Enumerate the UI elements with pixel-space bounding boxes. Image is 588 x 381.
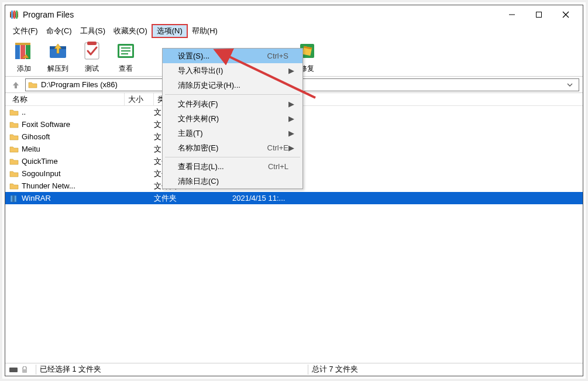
dropdown-label: 设置(S)... bbox=[178, 51, 267, 61]
window-title: Program Files bbox=[23, 10, 74, 19]
tool-add[interactable]: 添加 bbox=[10, 39, 38, 74]
file-type: 文件夹 bbox=[154, 193, 232, 204]
svg-rect-12 bbox=[15, 43, 30, 45]
dropdown-item[interactable]: 文件夹树(R)▶ bbox=[163, 111, 302, 126]
tool-view[interactable]: 查看 bbox=[112, 39, 140, 74]
file-name: QuickTime bbox=[19, 157, 125, 166]
dropdown-item[interactable]: 名称加密(E)Ctrl+E▶ bbox=[163, 140, 302, 155]
col-name[interactable]: 名称 bbox=[9, 93, 125, 105]
dropdown-label: 导入和导出(I) bbox=[178, 66, 288, 76]
file-name: .. bbox=[19, 108, 125, 116]
dropdown-item[interactable]: 查看日志(L)...Ctrl+L bbox=[163, 159, 302, 174]
file-name: Foxit Software bbox=[19, 120, 125, 129]
test-icon bbox=[78, 39, 105, 63]
chevron-right-icon: ▶ bbox=[288, 114, 294, 123]
file-date: 2021/4/15 11:... bbox=[232, 194, 314, 202]
view-icon bbox=[112, 39, 139, 63]
tool-label: 查看 bbox=[119, 64, 133, 74]
disk-icon bbox=[9, 366, 20, 373]
svg-rect-3 bbox=[13, 11, 15, 19]
svg-rect-27 bbox=[9, 368, 18, 372]
folder-icon bbox=[9, 157, 19, 166]
up-arrow-icon[interactable] bbox=[9, 78, 23, 91]
options-dropdown: 设置(S)...Ctrl+S导入和导出(I)▶清除历史记录(H)...文件列表(… bbox=[162, 48, 303, 189]
maximize-button[interactable] bbox=[525, 6, 552, 23]
file-name: Meitu bbox=[19, 145, 125, 153]
folder-icon bbox=[9, 133, 19, 141]
svg-rect-9 bbox=[15, 44, 20, 59]
titlebar: Program Files bbox=[5, 5, 583, 24]
file-name: Thunder Netw... bbox=[19, 181, 125, 190]
app-icon bbox=[9, 9, 19, 20]
svg-rect-16 bbox=[87, 42, 97, 45]
col-size[interactable]: 大小 bbox=[125, 93, 154, 105]
menu-tools[interactable]: 工具(S) bbox=[76, 25, 109, 37]
dropdown-item[interactable]: 主题(T)▶ bbox=[163, 126, 302, 140]
tool-test[interactable]: 测试 bbox=[78, 39, 106, 74]
menu-help[interactable]: 帮助(H) bbox=[188, 25, 222, 37]
shortcut-label: Ctrl+E bbox=[267, 143, 288, 152]
shortcut-label: Ctrl+L bbox=[268, 162, 288, 171]
dropdown-item[interactable]: 清除历史记录(H)... bbox=[163, 78, 302, 92]
tool-label: 测试 bbox=[85, 64, 99, 74]
svg-rect-6 bbox=[537, 12, 542, 18]
dropdown-item[interactable]: 导入和导出(I)▶ bbox=[163, 63, 302, 78]
svg-rect-2 bbox=[11, 11, 13, 19]
list-item[interactable]: WinRAR文件夹2021/4/15 11:... bbox=[5, 192, 583, 204]
dropdown-label: 文件列表(F) bbox=[178, 99, 288, 109]
svg-rect-26 bbox=[12, 195, 15, 202]
folder-icon bbox=[9, 182, 19, 190]
file-name: WinRAR bbox=[19, 194, 125, 202]
books-archive-icon bbox=[11, 39, 37, 63]
dropdown-label: 主题(T) bbox=[178, 128, 288, 139]
tool-label: 解压到 bbox=[47, 64, 68, 74]
menu-file[interactable]: 文件(F) bbox=[9, 25, 42, 37]
dropdown-label: 清除历史记录(H)... bbox=[178, 80, 288, 91]
status-selection: 已经选择 1 文件夹 bbox=[36, 365, 308, 375]
dropdown-label: 文件夹树(R) bbox=[178, 114, 288, 124]
file-name: Gihosoft bbox=[19, 132, 125, 141]
svg-rect-4 bbox=[16, 11, 18, 19]
tool-label: 添加 bbox=[17, 64, 31, 74]
dropdown-label: 名称加密(E) bbox=[178, 143, 267, 153]
extract-icon bbox=[44, 39, 71, 63]
dropdown-item[interactable]: 清除日志(C) bbox=[163, 174, 302, 188]
separator bbox=[165, 94, 300, 95]
shortcut-label: Ctrl+S bbox=[267, 52, 288, 60]
dropdown-label: 清除日志(C) bbox=[178, 176, 288, 187]
menu-options[interactable]: 选项(N) bbox=[152, 24, 188, 38]
dropdown-item[interactable]: 设置(S)...Ctrl+S bbox=[163, 49, 302, 63]
chevron-right-icon: ▶ bbox=[288, 129, 294, 138]
minimize-button[interactable] bbox=[498, 6, 525, 23]
separator bbox=[165, 157, 300, 157]
svg-rect-28 bbox=[22, 369, 27, 373]
chevron-right-icon: ▶ bbox=[288, 143, 294, 152]
close-button[interactable] bbox=[552, 6, 579, 23]
tool-extract[interactable]: 解压到 bbox=[44, 39, 72, 74]
menu-commands[interactable]: 命令(C) bbox=[42, 25, 76, 37]
archive-icon bbox=[9, 194, 19, 202]
menubar: 文件(F) 命令(C) 工具(S) 收藏夹(O) 选项(N) 帮助(H) bbox=[5, 24, 583, 38]
folder-icon bbox=[9, 145, 19, 153]
status-total: 总计 7 文件夹 bbox=[308, 365, 583, 375]
menu-favorites[interactable]: 收藏夹(O) bbox=[109, 25, 152, 37]
dropdown-item[interactable]: 文件列表(F)▶ bbox=[163, 97, 302, 111]
chevron-right-icon: ▶ bbox=[288, 99, 294, 108]
chevron-down-icon[interactable] bbox=[567, 82, 576, 88]
chevron-right-icon: ▶ bbox=[288, 66, 294, 75]
folder-icon bbox=[9, 108, 19, 116]
lock-icon bbox=[20, 366, 29, 373]
dropdown-label: 查看日志(L)... bbox=[178, 162, 268, 172]
folder-icon bbox=[9, 170, 19, 178]
status-bar: 已经选择 1 文件夹 总计 7 文件夹 bbox=[5, 363, 583, 376]
folder-icon bbox=[28, 81, 37, 89]
folder-icon bbox=[9, 121, 19, 129]
file-name: SogouInput bbox=[19, 169, 125, 178]
